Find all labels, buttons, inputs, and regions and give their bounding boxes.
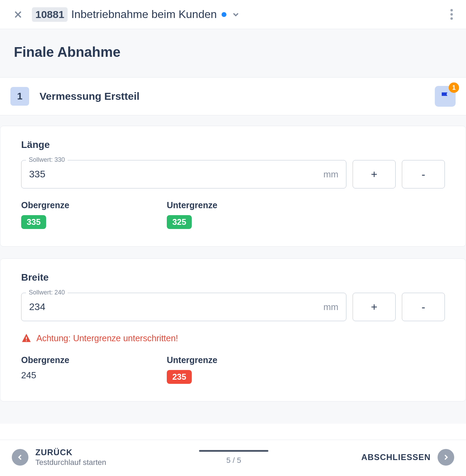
header-title: Inbetriebnahme beim Kunden <box>71 8 217 21</box>
kebab-dot-icon <box>450 17 453 20</box>
page-title: Finale Abnahme <box>14 44 452 60</box>
finish-label[interactable]: ABSCHLIESSEN <box>361 452 431 462</box>
limits-row: Obergrenze 335 Untergrenze 325 <box>21 200 445 229</box>
kebab-dot-icon <box>450 13 453 16</box>
chevron-left-icon <box>16 453 24 461</box>
chevron-right-icon <box>442 453 450 461</box>
upper-limit-col: Obergrenze 245 <box>21 355 167 384</box>
chevron-down-icon <box>231 10 240 19</box>
lower-limit-value: 325 <box>167 215 192 229</box>
lower-limit-col: Untergrenze 325 <box>167 200 312 229</box>
page-indicator: 5 / 5 <box>226 456 241 465</box>
increment-button[interactable]: + <box>353 293 396 321</box>
unit-label: mm <box>323 169 338 180</box>
value-input[interactable] <box>29 169 323 180</box>
step-number-badge: 1 <box>10 87 29 106</box>
step-title: Vermessung Erstteil <box>40 90 139 102</box>
footer-center: 5 / 5 <box>106 450 361 465</box>
finish-button[interactable] <box>438 449 454 466</box>
back-label: ZURÜCK <box>35 448 106 457</box>
footer-right: ABSCHLIESSEN <box>361 449 454 466</box>
footer-left: ZURÜCK Testdurchlauf starten <box>12 448 106 467</box>
status-dot-icon <box>222 12 226 17</box>
sollwert-label: Sollwert: 240 <box>26 289 68 296</box>
step-row: 1 Vermessung Erstteil 1 <box>0 78 466 115</box>
increment-button[interactable]: + <box>353 160 396 188</box>
input-box: mm <box>21 293 346 321</box>
unit-label: mm <box>323 302 338 312</box>
input-row: Sollwert: 330 mm + - <box>21 160 445 188</box>
record-id-badge: 10881 <box>32 7 68 22</box>
upper-limit-label: Obergrenze <box>21 200 167 210</box>
close-icon <box>13 10 23 19</box>
lower-limit-value: 235 <box>167 370 192 384</box>
flag-icon <box>440 91 450 102</box>
lower-limit-col: Untergrenze 235 <box>167 355 312 384</box>
lower-limit-label: Untergrenze <box>167 200 312 210</box>
input-box: mm <box>21 160 346 188</box>
footer-nav: ZURÜCK Testdurchlauf starten 5 / 5 ABSCH… <box>0 440 466 476</box>
measurement-name: Breite <box>21 272 445 283</box>
back-subtitle: Testdurchlauf starten <box>35 458 106 467</box>
svg-rect-3 <box>26 340 27 341</box>
measurement-card-breite: Breite Sollwert: 240 mm + - Achtung: Unt… <box>0 258 466 402</box>
decrement-button[interactable]: - <box>402 160 445 188</box>
warning-icon <box>21 333 32 343</box>
flag-count-badge: 1 <box>449 82 459 93</box>
input-row: Sollwert: 240 mm + - <box>21 293 445 321</box>
lower-limit-label: Untergrenze <box>167 355 312 365</box>
kebab-dot-icon <box>450 9 453 11</box>
limits-row: Obergrenze 245 Untergrenze 235 <box>21 355 445 384</box>
close-button[interactable] <box>10 7 26 22</box>
upper-limit-label: Obergrenze <box>21 355 167 365</box>
upper-limit-value: 335 <box>21 215 46 229</box>
measurement-card-laenge: Länge Sollwert: 330 mm + - Obergrenze 33… <box>0 126 466 247</box>
decrement-button[interactable]: - <box>402 293 445 321</box>
card-area: Länge Sollwert: 330 mm + - Obergrenze 33… <box>0 115 466 424</box>
value-input[interactable] <box>29 301 323 312</box>
upper-limit-col: Obergrenze 335 <box>21 200 167 229</box>
section-heading: Finale Abnahme <box>0 29 466 78</box>
sollwert-label: Sollwert: 330 <box>26 156 68 164</box>
measurement-name: Länge <box>21 139 445 150</box>
more-menu-button[interactable] <box>448 6 456 23</box>
header-bar: 10881 Inbetriebnahme beim Kunden <box>0 0 466 29</box>
flag-button[interactable]: 1 <box>435 86 456 107</box>
svg-rect-2 <box>26 337 27 340</box>
back-text[interactable]: ZURÜCK Testdurchlauf starten <box>35 448 106 467</box>
input-field-wrapper: Sollwert: 240 mm <box>21 293 346 321</box>
warning-text: Achtung: Untergrenze unterschritten! <box>36 333 178 343</box>
input-field-wrapper: Sollwert: 330 mm <box>21 160 346 188</box>
upper-limit-value: 245 <box>21 370 167 381</box>
progress-bar <box>199 450 268 452</box>
header-dropdown[interactable] <box>231 10 240 19</box>
back-button[interactable] <box>12 449 28 466</box>
warning-row: Achtung: Untergrenze unterschritten! <box>21 333 445 343</box>
